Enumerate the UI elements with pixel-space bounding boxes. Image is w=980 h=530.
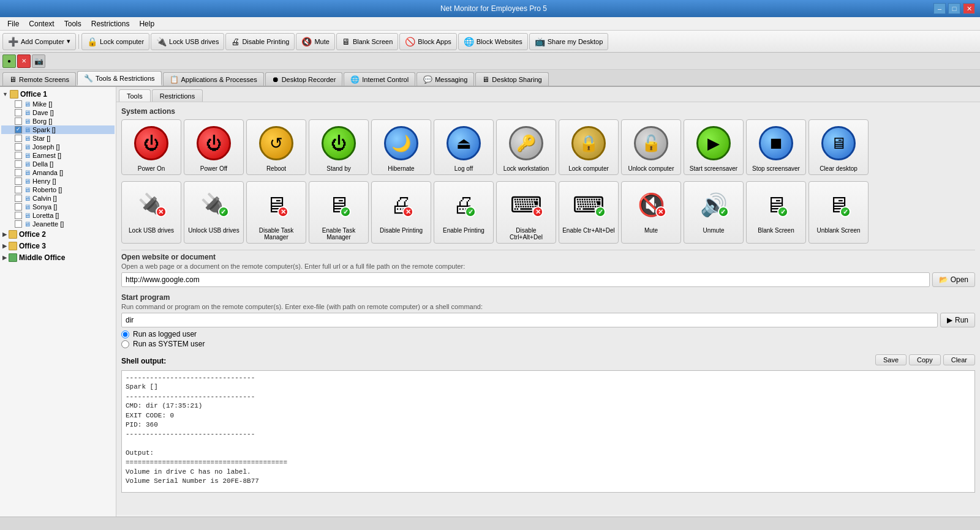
inner-tab-tools[interactable]: Tools (119, 89, 151, 102)
tree-group-header-2[interactable]: ▶Office 3 (1, 241, 115, 252)
menu-item-tools[interactable]: Tools (59, 18, 86, 29)
computer-icon: 🖥 (24, 169, 31, 176)
tab-internet-control[interactable]: 🌐Internet Control (344, 72, 415, 86)
tree-checkbox[interactable] (15, 135, 22, 142)
open-website-input[interactable] (121, 272, 930, 287)
status-green-btn[interactable]: ● (2, 54, 16, 68)
menu-item-help[interactable]: Help (134, 18, 159, 29)
tree-item-5[interactable]: 🖥Joseph [] (1, 143, 115, 151)
tab-tools-&-restrictions[interactable]: 🔧Tools & Restrictions (77, 71, 162, 86)
tree-item-7[interactable]: 🖥Della [] (1, 160, 115, 168)
tree-item-8[interactable]: 🖥Amanda [] (1, 168, 115, 177)
toolbar-btn-block-apps[interactable]: 🚫Block Apps (399, 33, 456, 50)
menu-item-context[interactable]: Context (24, 18, 59, 29)
tree-item-11[interactable]: 🖥Calvin [] (1, 194, 115, 203)
action2-btn-4[interactable]: 🖨✕Disable Printing (371, 181, 431, 244)
status-camera-btn[interactable]: 📷 (32, 54, 45, 68)
tree-checkbox[interactable] (15, 203, 22, 211)
tree-item-0[interactable]: 🖥Mike [] (1, 100, 115, 108)
tree-item-13[interactable]: 🖥Loretta [] (1, 211, 115, 220)
toolbar-btn-disable-printing[interactable]: 🖨Disable Printing (225, 33, 295, 50)
tree-group-header-1[interactable]: ▶Office 2 (1, 229, 115, 240)
action-btn-power-off[interactable]: ⏻Power Off (184, 119, 244, 175)
action-btn-lock-computer[interactable]: 🔒Lock computer (559, 119, 619, 175)
action2-btn-5[interactable]: 🖨✓Enable Printing (434, 181, 494, 244)
tree-checkbox[interactable] (15, 118, 22, 125)
tree-group-header-0[interactable]: ▼Office 1 (1, 89, 115, 100)
action2-btn-3[interactable]: 🖥✓Enable Task Manager (309, 181, 369, 244)
tree-checkbox[interactable] (15, 186, 22, 193)
tree-item-4[interactable]: 🖥Star [] (1, 134, 115, 143)
action-btn-unlock-computer[interactable]: 🔓Unlock computer (621, 119, 681, 175)
tab-remote-screens[interactable]: 🖥Remote Screens (2, 72, 76, 86)
tree-checkbox[interactable] (15, 160, 22, 168)
shell-copy-button[interactable]: Copy (909, 354, 941, 365)
tree-checkbox[interactable] (15, 177, 22, 185)
maximize-button[interactable]: □ (948, 3, 960, 14)
computer-icon: 🖥 (24, 126, 31, 133)
action2-btn-11[interactable]: 🖥✓Unblank Screen (809, 181, 869, 244)
action-btn-stand-by[interactable]: ⏻Stand by (309, 119, 369, 175)
tree-item-12[interactable]: 🖥Sonya [] (1, 203, 115, 211)
blank-screen-icon: 🖥 (342, 37, 350, 47)
tree-checkbox[interactable] (15, 195, 22, 202)
minimize-button[interactable]: – (933, 3, 946, 14)
tree-item-3[interactable]: 🖥Spark [] (1, 125, 115, 134)
toolbar-btn-lock-computer[interactable]: 🔒Lock computer (81, 33, 149, 50)
menu-item-file[interactable]: File (2, 18, 24, 29)
action-btn-start-screensaver[interactable]: ▶Start screensaver (684, 119, 744, 175)
toolbar-btn-lock-usb-drives[interactable]: 🔌Lock USB drives (151, 33, 224, 50)
action2-btn-10[interactable]: 🖥✓Blank Screen (746, 181, 806, 244)
action2-btn-2[interactable]: 🖥✕Disable Task Manager (246, 181, 306, 244)
tab-desktop-sharing[interactable]: 🖥Desktop Sharing (475, 72, 548, 86)
tree-item-2[interactable]: 🖥Borg [] (1, 117, 115, 125)
toolbar-btn-blank-screen[interactable]: 🖥Blank Screen (336, 33, 398, 50)
tree-item-10[interactable]: 🖥Roberto [] (1, 185, 115, 194)
action2-btn-1[interactable]: 🔌✓Unlock USB drives (184, 181, 244, 244)
tree-item-9[interactable]: 🖥Henry [] (1, 177, 115, 185)
run-as-radio-1[interactable] (121, 340, 129, 348)
shell-clear-button[interactable]: Clear (943, 354, 975, 365)
tree-item-6[interactable]: 🖥Earnest [] (1, 151, 115, 160)
tree-checkbox[interactable] (15, 169, 22, 176)
tree-checkbox[interactable] (15, 152, 22, 159)
toolbar-btn-add-computer[interactable]: ➕Add Computer ▾ (2, 33, 76, 50)
tab-applications-&-processes[interactable]: 📋Applications & Processes (163, 72, 264, 86)
tree-item-14[interactable]: 🖥Jeanette [] (1, 220, 115, 228)
tree-checkbox[interactable] (15, 100, 22, 108)
toolbar-btn-mute[interactable]: 🔇Mute (296, 33, 334, 50)
action-btn-clear-desktop[interactable]: 🖥Clear desktop (809, 119, 869, 175)
status-red-btn[interactable]: ✕ (17, 54, 31, 68)
action-btn-reboot[interactable]: ↺Reboot (246, 119, 306, 175)
tab-messaging[interactable]: 💬Messaging (417, 72, 474, 86)
run-command-input[interactable] (121, 313, 938, 327)
shell-output-textarea[interactable] (121, 370, 975, 493)
tree-checkbox[interactable] (15, 143, 22, 151)
inner-tab-restrictions[interactable]: Restrictions (152, 89, 203, 102)
open-button[interactable]: 📂Open (932, 272, 975, 287)
tree-checkbox[interactable] (15, 220, 22, 228)
action2-btn-0[interactable]: 🔌✕Lock USB drives (121, 181, 181, 244)
tree-checkbox[interactable] (15, 212, 22, 219)
tab-desktop-recorder[interactable]: ⏺Desktop Recorder (265, 72, 343, 86)
toolbar-btn-share-my-desktop[interactable]: 📺Share my Desktop (529, 33, 608, 50)
action-btn-hibernate[interactable]: 🌙Hibernate (371, 119, 431, 175)
action2-btn-6[interactable]: ⌨✕Disable Ctrl+Alt+Del (496, 181, 556, 244)
tree-checkbox[interactable] (15, 109, 22, 116)
close-button[interactable]: ✕ (963, 3, 975, 14)
action-btn-stop-screensaver[interactable]: ⏹Stop screensaver (746, 119, 806, 175)
action-btn-log-off[interactable]: ⏏Log off (434, 119, 494, 175)
action-btn-power-on[interactable]: ⏻Power On (121, 119, 181, 175)
tree-checkbox[interactable] (15, 126, 22, 133)
run-as-radio-0[interactable] (121, 330, 129, 338)
tree-group-header-3[interactable]: ▶Middle Office (1, 252, 115, 263)
action2-btn-9[interactable]: 🔊✓Unmute (684, 181, 744, 244)
tree-item-1[interactable]: 🖥Dave [] (1, 108, 115, 117)
toolbar-btn-block-websites[interactable]: 🌐Block Websites (458, 33, 528, 50)
run-button[interactable]: ▶Run (940, 313, 975, 327)
menu-item-restrictions[interactable]: Restrictions (86, 18, 135, 29)
action-btn-lock-workstation[interactable]: 🔑Lock workstation (496, 119, 556, 175)
action2-btn-8[interactable]: 🔇✕Mute (621, 181, 681, 244)
shell-save-button[interactable]: Save (875, 354, 907, 365)
action2-btn-7[interactable]: ⌨✓Enable Ctr+Alt+Del (559, 181, 619, 244)
